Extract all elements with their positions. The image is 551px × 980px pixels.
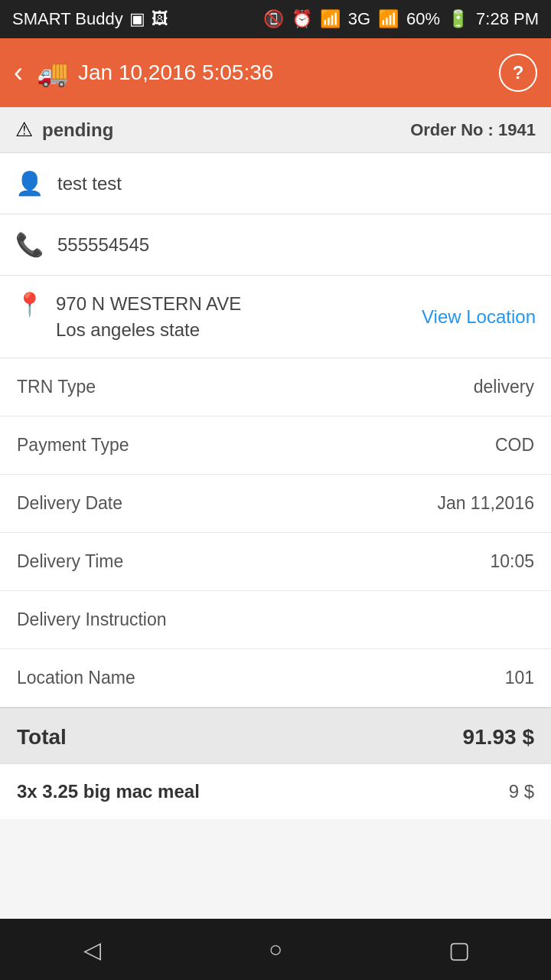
time-label: 7:28 PM — [476, 9, 539, 29]
status-badge: pending — [42, 119, 113, 141]
location-pin-icon: 📍 — [15, 291, 44, 318]
total-value: 91.93 $ — [463, 725, 534, 750]
help-button[interactable]: ? — [499, 54, 537, 92]
status-bar-left: SMART Buddy ▣ 🖼 — [12, 9, 168, 29]
bottom-nav: ◁ ○ ▢ — [0, 919, 551, 980]
order-item-label: 3x 3.25 big mac meal — [17, 781, 200, 802]
truck-icon: 🚚 — [37, 57, 69, 88]
detail-value-5: 101 — [505, 668, 534, 688]
detail-row-5: Location Name101 — [0, 649, 551, 707]
person-icon: 👤 — [15, 170, 44, 197]
header: ‹ 🚚 Jan 10,2016 5:05:36 ? — [0, 38, 551, 107]
nav-home-button[interactable]: ○ — [245, 926, 306, 972]
order-item-value: 9 $ — [509, 781, 534, 802]
alarm-icon: ⏰ — [292, 9, 312, 29]
signal-icon: 📶 — [378, 9, 399, 29]
detail-row-4: Delivery Instruction — [0, 591, 551, 649]
battery-label: 60% — [406, 9, 440, 29]
order-item-row: 3x 3.25 big mac meal 9 $ — [0, 763, 551, 819]
detail-label-4: Delivery Instruction — [17, 609, 167, 630]
address-row: 📍 970 N WESTERN AVE Los angeles state Vi… — [0, 276, 551, 358]
status-bar-right: 📵 ⏰ 📶 3G 📶 60% 🔋 7:28 PM — [263, 9, 539, 29]
order-number: Order No : 1941 — [410, 120, 536, 140]
total-label: Total — [17, 725, 67, 750]
nav-recent-icon: ▢ — [448, 936, 470, 963]
detail-value-3: 10:05 — [490, 551, 534, 572]
phone-icon: 📵 — [263, 9, 284, 29]
address-left: 📍 970 N WESTERN AVE Los angeles state — [15, 291, 241, 342]
detail-label-1: Payment Type — [17, 435, 129, 456]
address-line1: 970 N WESTERN AVE — [56, 291, 241, 317]
detail-row-0: TRN Typedelivery — [0, 358, 551, 416]
back-button[interactable]: ‹ — [14, 57, 23, 89]
view-location-button[interactable]: View Location — [422, 303, 536, 331]
detail-label-3: Delivery Time — [17, 551, 123, 572]
detail-label-2: Delivery Date — [17, 493, 122, 514]
phone-row: 📞 555554545 — [0, 214, 551, 276]
header-title: Jan 10,2016 5:05:36 — [78, 60, 499, 85]
nav-home-icon: ○ — [269, 936, 282, 962]
status-left: ⚠ pending — [15, 118, 113, 142]
detail-row-3: Delivery Time10:05 — [0, 533, 551, 591]
phone-number: 555554545 — [57, 234, 149, 256]
total-row: Total 91.93 $ — [17, 725, 534, 750]
phone-icon: 📞 — [15, 231, 44, 258]
detail-label-0: TRN Type — [17, 377, 96, 397]
app-name: SMART Buddy — [12, 9, 123, 29]
address-text-block: 970 N WESTERN AVE Los angeles state — [56, 291, 241, 342]
wifi-icon: 📶 — [320, 9, 341, 29]
customer-name-row: 👤 test test — [0, 153, 551, 214]
detail-value-2: Jan 11,2016 — [437, 493, 534, 514]
warning-icon: ⚠ — [15, 118, 33, 142]
image-icon: 🖼 — [152, 9, 168, 29]
nav-recent-button[interactable]: ▢ — [429, 926, 490, 972]
network-label: 3G — [348, 9, 370, 29]
detail-label-5: Location Name — [17, 668, 135, 688]
total-section: Total 91.93 $ — [0, 707, 551, 763]
customer-name: test test — [57, 173, 122, 194]
address-line2: Los angeles state — [56, 317, 241, 343]
detail-value-0: delivery — [474, 377, 534, 397]
status-bar: SMART Buddy ▣ 🖼 📵 ⏰ 📶 3G 📶 60% 🔋 7:28 PM — [0, 0, 551, 38]
sim-icon: ▣ — [129, 9, 145, 29]
detail-row-2: Delivery DateJan 11,2016 — [0, 475, 551, 533]
nav-back-icon: ◁ — [83, 936, 101, 963]
status-row: ⚠ pending Order No : 1941 — [0, 107, 551, 153]
battery-icon: 🔋 — [448, 9, 468, 29]
nav-back-button[interactable]: ◁ — [61, 926, 122, 972]
detail-value-1: COD — [495, 435, 534, 456]
detail-row-1: Payment TypeCOD — [0, 416, 551, 475]
